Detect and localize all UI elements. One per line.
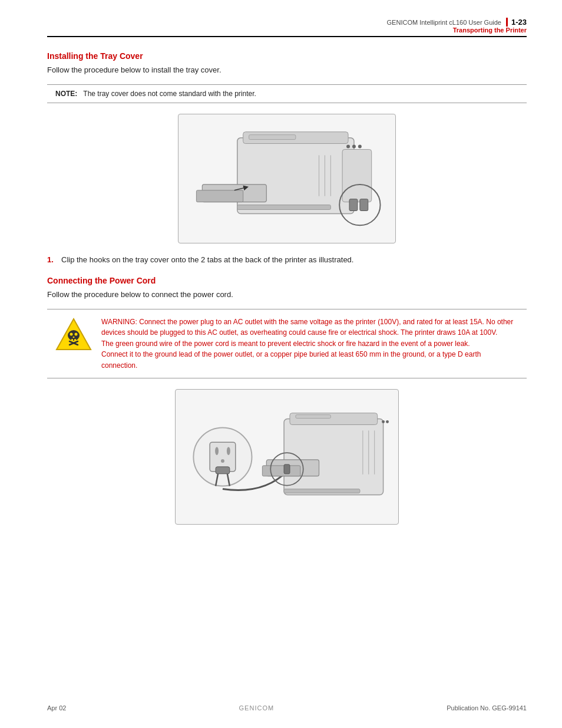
note-box: NOTE: The tray cover does not come stand… <box>47 84 527 103</box>
svg-rect-4 <box>342 149 372 202</box>
svg-rect-6 <box>349 199 358 210</box>
steps-list-1: 1. Clip the hooks on the tray cover onto… <box>47 254 527 266</box>
section-title: Transporting the Printer <box>453 27 527 34</box>
page-footer: Apr 02 GENICOM Publication No. GEG-99141 <box>47 704 527 711</box>
svg-point-13 <box>346 144 350 148</box>
svg-point-29 <box>221 459 224 463</box>
svg-point-20 <box>73 336 75 337</box>
warning-line2: The green ground wire of the power cord … <box>101 340 470 348</box>
svg-point-19 <box>75 332 78 335</box>
svg-rect-24 <box>74 339 76 341</box>
svg-point-15 <box>358 144 362 148</box>
page-number: 1-23 <box>506 18 527 27</box>
printer-illustration-2 <box>175 389 399 525</box>
footer-date: Apr 02 <box>47 704 66 711</box>
svg-point-27 <box>215 447 219 456</box>
warning-content: WARNING: Connect the power plug to an AC… <box>101 317 518 371</box>
svg-rect-36 <box>262 466 300 476</box>
printer-image-1 <box>47 114 527 243</box>
warning-box: WARNING: Connect the power plug to an AC… <box>47 309 527 379</box>
svg-point-40 <box>382 421 385 424</box>
page-header: GENICOM Intelliprint cL160 User Guide 1-… <box>47 18 527 37</box>
step-1: 1. Clip the hooks on the tray cover onto… <box>47 254 527 266</box>
note-label: NOTE: <box>55 90 77 98</box>
section-installing-tray-cover: Installing the Tray Cover Follow the pro… <box>47 51 527 265</box>
printer-illustration-1 <box>178 114 396 243</box>
svg-rect-30 <box>216 467 230 474</box>
svg-rect-11 <box>237 205 331 209</box>
section1-intro: Follow the procedure below to install th… <box>47 64 527 76</box>
svg-point-17 <box>68 330 80 341</box>
svg-rect-3 <box>196 190 243 202</box>
section1-heading: Installing the Tray Cover <box>47 51 527 61</box>
svg-rect-42 <box>284 489 360 493</box>
section-connecting-power-cord: Connecting the Power Cord Follow the pro… <box>47 276 527 525</box>
warning-line3: Connect it to the ground lead of the pow… <box>101 350 481 370</box>
svg-point-14 <box>352 144 356 148</box>
footer-brand: GENICOM <box>239 704 275 711</box>
guide-title: GENICOM Intelliprint cL160 User Guide <box>387 19 501 26</box>
footer-publication: Publication No. GEG-99141 <box>447 704 527 711</box>
svg-point-28 <box>227 447 230 456</box>
svg-rect-12 <box>249 134 296 139</box>
warning-icon <box>55 317 92 353</box>
svg-rect-23 <box>71 339 73 341</box>
warning-line1: WARNING: Connect the power plug to an AC… <box>101 318 513 337</box>
svg-rect-7 <box>360 199 368 210</box>
note-text: The tray cover does not come standard wi… <box>83 90 256 98</box>
svg-point-41 <box>386 421 389 424</box>
printer-image-2 <box>47 389 527 525</box>
section2-intro: Follow the procedure below to connect th… <box>47 289 527 301</box>
svg-rect-45 <box>296 415 330 419</box>
section2-heading: Connecting the Power Cord <box>47 276 527 285</box>
svg-rect-43 <box>284 465 290 474</box>
svg-point-18 <box>70 332 73 335</box>
svg-rect-33 <box>284 419 384 495</box>
